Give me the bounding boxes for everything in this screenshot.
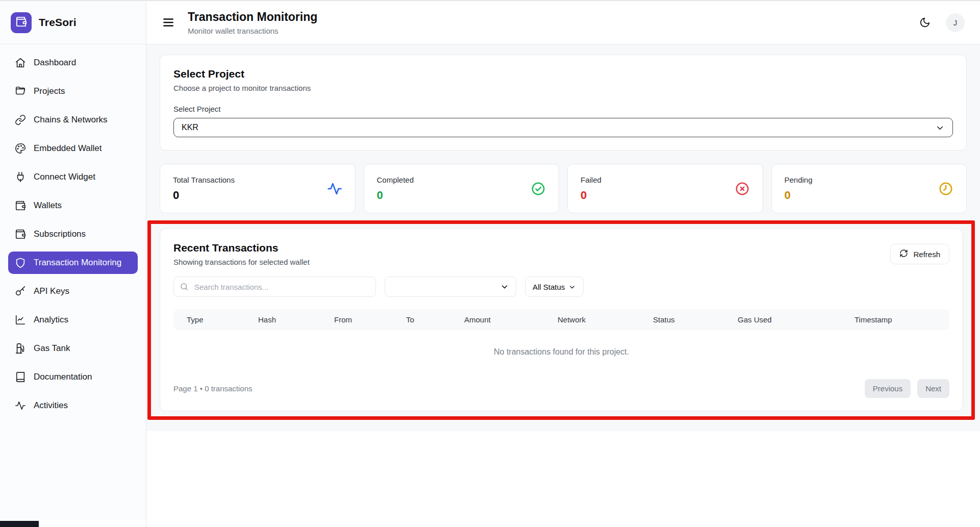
x-circle-icon	[735, 181, 750, 196]
content-tint: Select Project Choose a project to monit…	[146, 44, 980, 431]
column-header-type: Type	[187, 315, 258, 324]
sidebar-item-label: Wallets	[34, 200, 62, 211]
select-project-label: Select Project	[173, 105, 953, 113]
moon-icon[interactable]	[919, 17, 931, 28]
header-right: J	[919, 13, 965, 32]
sidebar-item-projects[interactable]: Projects	[8, 80, 138, 103]
sidebar-item-label: Gas Tank	[34, 343, 70, 354]
link-icon	[15, 114, 26, 126]
status-filter-select[interactable]: All Status	[525, 277, 584, 297]
search-box	[173, 277, 376, 297]
sidebar-item-label: Activities	[34, 400, 68, 411]
sidebar-item-embedded-wallet[interactable]: Embedded Wallet	[8, 137, 138, 160]
stat-label: Pending	[785, 175, 813, 184]
search-icon	[180, 282, 189, 291]
project-select[interactable]: KKR	[173, 118, 953, 137]
palette-icon	[15, 143, 26, 154]
filter-row: All Status	[173, 277, 949, 297]
column-header-amount: Amount	[464, 315, 558, 324]
recent-transactions-card: Recent Transactions Showing transactions…	[160, 229, 963, 411]
book-icon	[15, 371, 26, 383]
network-filter-select[interactable]	[385, 277, 516, 297]
sidebar-item-activities[interactable]: Activities	[8, 394, 138, 417]
avatar[interactable]: J	[946, 13, 965, 32]
sidebar-item-label: API Keys	[34, 286, 69, 296]
folder-icon	[15, 86, 26, 97]
wallet-logo-icon	[15, 16, 27, 30]
chevron-down-icon	[935, 123, 945, 133]
stat-label: Total Transactions	[173, 175, 235, 184]
column-header-hash: Hash	[258, 315, 334, 324]
next-button[interactable]: Next	[917, 379, 949, 398]
page-subtitle: Monitor wallet transactions	[188, 27, 317, 35]
transactions-title: Recent Transactions	[173, 242, 310, 254]
sidebar-item-analytics[interactable]: Analytics	[8, 309, 138, 331]
sidebar-item-label: Documentation	[34, 372, 92, 382]
menu-icon[interactable]	[162, 16, 175, 29]
sidebar-item-label: Transaction Monitoring	[34, 258, 121, 268]
column-header-network: Network	[558, 315, 653, 324]
sidebar-item-label: Projects	[34, 86, 65, 96]
tresori-logo	[11, 12, 32, 33]
sidebar: TreSori DashboardProjectsChains & Networ…	[0, 1, 146, 527]
sidebar-item-transaction-monitoring[interactable]: Transaction Monitoring	[8, 252, 138, 274]
previous-button[interactable]: Previous	[865, 379, 911, 398]
key-icon	[15, 286, 26, 297]
check-circle-icon	[531, 181, 546, 196]
pagination-summary: Page 1 • 0 transactions	[173, 384, 253, 393]
brand-name: TreSori	[39, 16, 77, 29]
stat-card-failed: Failed0	[567, 164, 763, 213]
page-header: Transaction Monitoring Monitor wallet tr…	[146, 1, 980, 44]
stat-card-pending: Pending0	[771, 164, 967, 213]
sidebar-item-chains-networks[interactable]: Chains & Networks	[8, 109, 138, 131]
home-icon	[15, 57, 26, 68]
select-project-subtitle: Choose a project to monitor transactions	[173, 84, 953, 92]
search-input[interactable]	[173, 277, 376, 297]
stat-value: 0	[785, 189, 813, 202]
stats-row: Total Transactions0Completed0Failed0Pend…	[160, 164, 967, 213]
column-header-status: Status	[653, 315, 738, 324]
plug-icon	[15, 171, 26, 183]
stat-value: 0	[581, 189, 601, 202]
sidebar-item-connect-widget[interactable]: Connect Widget	[8, 166, 138, 188]
chevron-down-icon	[568, 283, 576, 291]
sidebar-item-documentation[interactable]: Documentation	[8, 366, 138, 388]
activity-icon	[15, 400, 26, 411]
transactions-subtitle: Showing transactions for selected wallet	[173, 258, 310, 266]
partially-visible-dark-element	[0, 521, 39, 527]
transactions-table-header: TypeHashFromToAmountNetworkStatusGas Use…	[173, 309, 949, 330]
annotation-highlight-box: Recent Transactions Showing transactions…	[147, 220, 975, 420]
sidebar-item-label: Subscriptions	[34, 229, 86, 239]
activity-icon	[327, 181, 342, 196]
sidebar-item-label: Analytics	[34, 315, 68, 325]
sidebar-item-label: Dashboard	[34, 58, 76, 68]
sidebar-item-wallets[interactable]: Wallets	[8, 194, 138, 217]
project-select-value: KKR	[182, 123, 198, 132]
pagination-row: Page 1 • 0 transactions Previous Next	[173, 379, 949, 398]
sidebar-item-api-keys[interactable]: API Keys	[8, 280, 138, 303]
sidebar-item-gas-tank[interactable]: Gas Tank	[8, 337, 138, 360]
sidebar-item-subscriptions[interactable]: Subscriptions	[8, 223, 138, 245]
empty-state-message: No transactions found for this project.	[173, 330, 949, 372]
sidebar-nav: DashboardProjectsChains & NetworksEmbedd…	[0, 44, 146, 430]
stat-value: 0	[377, 189, 414, 202]
brand-header: TreSori	[0, 1, 146, 44]
sidebar-item-label: Embedded Wallet	[34, 143, 102, 154]
stat-label: Failed	[581, 175, 601, 184]
stat-label: Completed	[377, 175, 414, 184]
sidebar-item-dashboard[interactable]: Dashboard	[8, 52, 138, 74]
page-title: Transaction Monitoring	[188, 10, 317, 24]
refresh-button[interactable]: Refresh	[890, 244, 949, 264]
transactions-header: Recent Transactions Showing transactions…	[173, 242, 949, 266]
refresh-icon	[899, 249, 908, 259]
sidebar-item-label: Chains & Networks	[34, 115, 108, 125]
app-root: TreSori DashboardProjectsChains & Networ…	[0, 0, 980, 527]
content-area: Select Project Choose a project to monit…	[146, 44, 980, 527]
select-project-card: Select Project Choose a project to monit…	[160, 55, 967, 150]
column-header-gas-used: Gas Used	[738, 315, 855, 324]
wallet-icon	[15, 200, 26, 211]
chart-line-icon	[15, 314, 26, 325]
fuel-icon	[15, 343, 26, 354]
clock-icon	[938, 181, 953, 196]
select-project-title: Select Project	[173, 68, 953, 80]
